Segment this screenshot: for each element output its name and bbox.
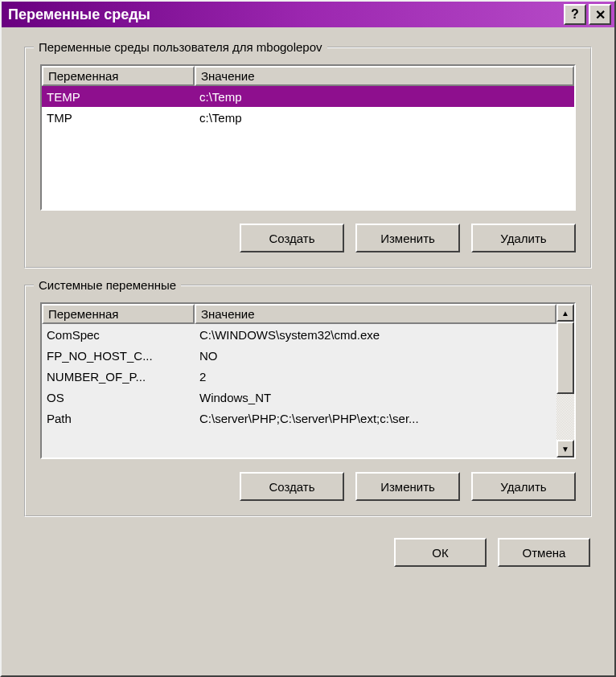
vertical-scrollbar[interactable]: ▲ ▼ [556,304,574,457]
variable-name-cell: FP_NO_HOST_C... [42,347,195,364]
cancel-button[interactable]: Отмена [498,538,590,567]
system-variables-list[interactable]: Переменная Значение ComSpecC:\WINDOWS\sy… [40,302,576,459]
column-value[interactable]: Значение [195,304,556,324]
ok-button[interactable]: ОК [394,538,487,567]
system-variables-group: Системные переменные Переменная Значение… [24,285,592,517]
variable-name-cell: TEMP [42,88,195,105]
column-variable[interactable]: Переменная [42,66,195,86]
close-button[interactable]: ✕ [589,4,611,25]
column-value[interactable]: Значение [195,66,574,86]
variable-name-cell: OS [42,389,195,406]
scroll-thumb[interactable] [556,322,574,394]
user-variables-list[interactable]: Переменная Значение TEMPc:\TempTMPc:\Tem… [40,64,576,211]
environment-variables-dialog: Переменные среды ? ✕ Переменные среды по… [0,0,616,677]
table-row[interactable]: FP_NO_HOST_C...NO [42,345,556,366]
variable-name-cell: ComSpec [42,326,195,343]
help-icon: ? [571,7,579,22]
window-title: Переменные среды [8,6,564,23]
variable-value-cell: c:\Temp [195,88,574,105]
table-row[interactable]: TEMPc:\Temp [42,86,574,107]
table-row[interactable]: NUMBER_OF_P...2 [42,366,556,387]
variable-name-cell: Path [42,410,195,427]
user-edit-button[interactable]: Изменить [355,224,460,252]
help-button[interactable]: ? [564,4,586,25]
variable-value-cell: c:\Temp [195,109,574,126]
chevron-down-icon: ▼ [561,445,569,453]
titlebar: Переменные среды ? ✕ [2,2,614,27]
table-row[interactable]: TMPc:\Temp [42,107,574,128]
close-icon: ✕ [595,7,606,23]
user-list-header: Переменная Значение [42,66,574,86]
chevron-up-icon: ▲ [561,309,569,318]
user-variables-group: Переменные среды пользователя для mbogol… [24,47,592,269]
variable-value-cell: C:\server\PHP;C:\server\PHP\ext;c:\ser..… [195,410,556,427]
table-row[interactable]: ComSpecC:\WINDOWS\system32\cmd.exe [42,324,556,345]
column-variable[interactable]: Переменная [42,304,195,324]
system-delete-button[interactable]: Удалить [471,472,576,501]
table-row[interactable]: OSWindows_NT [42,387,556,408]
user-delete-button[interactable]: Удалить [471,224,576,252]
variable-value-cell: 2 [195,368,556,385]
system-group-label: Системные переменные [34,278,181,292]
variable-name-cell: TMP [42,109,195,126]
system-list-header: Переменная Значение [42,304,556,324]
variable-value-cell: C:\WINDOWS\system32\cmd.exe [195,326,556,343]
system-edit-button[interactable]: Изменить [355,472,460,501]
variable-value-cell: NO [195,347,556,364]
scroll-down-button[interactable]: ▼ [556,440,574,457]
user-group-label: Переменные среды пользователя для mbogol… [34,40,327,54]
system-create-button[interactable]: Создать [240,472,344,501]
user-create-button[interactable]: Создать [240,224,344,252]
scroll-up-button[interactable]: ▲ [556,304,574,322]
table-row[interactable]: PathC:\server\PHP;C:\server\PHP\ext;c:\s… [42,408,556,429]
variable-name-cell: NUMBER_OF_P... [42,368,195,385]
variable-value-cell: Windows_NT [195,389,556,406]
